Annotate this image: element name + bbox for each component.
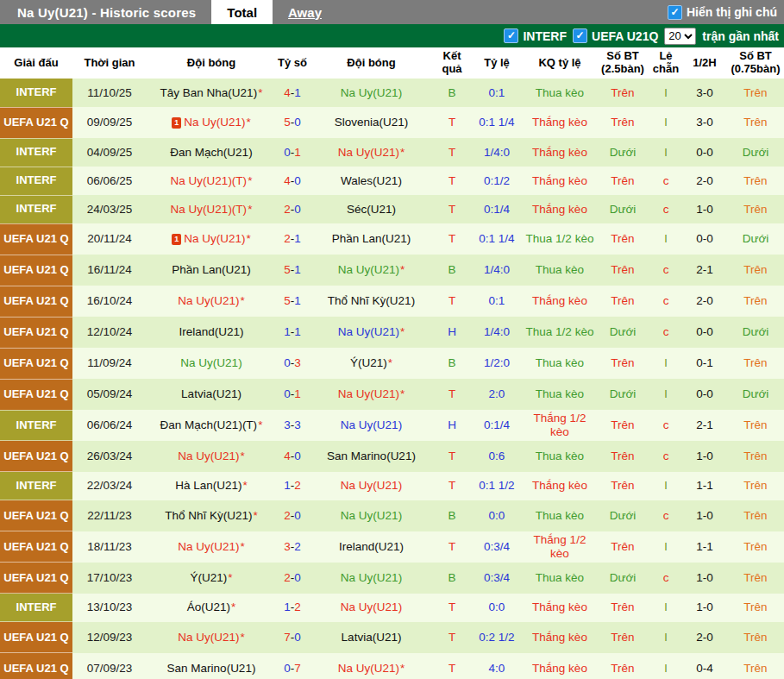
- over-under-2-5-cell: Trên: [596, 167, 649, 195]
- half-time-score-cell: 3-0: [682, 107, 727, 138]
- favorite-star: *: [243, 479, 248, 492]
- tab-total[interactable]: Total: [211, 0, 273, 24]
- odd-even-cell: l: [649, 107, 682, 138]
- over-under-2-5-cell: Trên: [596, 410, 649, 441]
- score-part: 3: [294, 418, 301, 431]
- team-name: Latvia(U21): [181, 387, 241, 400]
- away-team-cell: Na Uy(U21): [309, 500, 434, 531]
- odds-result-cell: Thắng kèo: [524, 472, 596, 500]
- title-bar: Na Uy(U21) - Historic scores Total Away …: [0, 0, 784, 24]
- score-part: 7: [294, 662, 301, 675]
- team-name: Ireland(U21): [179, 325, 243, 338]
- result-cell: T: [434, 107, 470, 138]
- show-notes-label: Hiển thị ghi chú: [687, 5, 777, 19]
- score-cell: 0-7: [276, 653, 309, 679]
- team-name: Phần Lan(U21): [172, 263, 251, 276]
- score-part: 0: [284, 662, 291, 675]
- league-badge: UEFA U21 Q: [0, 107, 72, 138]
- favorite-star: *: [247, 232, 251, 245]
- half-time-score-cell: 0-1: [682, 348, 727, 379]
- column-header: KQ tỷ lệ: [524, 47, 596, 79]
- away-team-cell: Na Uy(U21)*: [309, 653, 434, 679]
- score-cell: 2-0: [276, 500, 309, 531]
- table-row: UEFA U21 Q16/11/24Phần Lan(U21)5-1Na Uy(…: [0, 255, 784, 286]
- odds-result-cell: Thua 1/2 kèo: [524, 223, 596, 255]
- over-under-0-75-cell: Trên: [727, 531, 784, 563]
- odds-result-cell: Thắng kèo: [524, 138, 596, 167]
- half-time-score-cell: 0-0: [682, 317, 727, 348]
- score-part: 2: [284, 203, 291, 216]
- interf-checkbox[interactable]: ✓: [504, 28, 518, 43]
- handicap-odds-cell: 0:1: [470, 286, 524, 317]
- league-badge: UEFA U21 Q: [0, 379, 72, 410]
- half-time-score-cell: 0-4: [682, 653, 727, 679]
- match-count-select[interactable]: 20: [664, 28, 696, 45]
- league-badge: INTERF: [0, 138, 72, 167]
- table-header-row: Giải đấuThời gianĐội bóngTỷ sốĐội bóngKế…: [0, 47, 784, 79]
- handicap-odds-cell: 0:3/4: [470, 563, 524, 594]
- league-badge: UEFA U21 Q: [0, 223, 72, 255]
- odd-even-cell: c: [649, 500, 682, 531]
- home-team-cell: Na Uy(U21)(T)*: [147, 167, 276, 195]
- uefa-u21q-checkbox[interactable]: ✓: [573, 28, 587, 43]
- odd-even-cell: c: [649, 410, 682, 441]
- score-part: 1: [284, 325, 291, 338]
- favorite-star: *: [241, 294, 245, 307]
- odds-result-cell: Thắng kèo: [524, 167, 596, 195]
- show-notes-checkbox[interactable]: ✓: [668, 5, 682, 20]
- odds-result-cell: Thua kèo: [524, 500, 596, 531]
- team-name: Thổ Nhĩ Kỳ(U21): [328, 294, 415, 307]
- result-cell: B: [434, 255, 470, 286]
- half-time-score-cell: 1-1: [682, 531, 727, 563]
- score-part: 7: [284, 631, 291, 644]
- score-part: 4: [284, 86, 291, 99]
- team-name: Thổ Nhĩ Kỳ(U21): [165, 509, 252, 522]
- team-name: Na Uy(U21): [338, 325, 399, 338]
- over-under-0-75-cell: Dưới: [727, 317, 784, 348]
- result-cell: T: [434, 441, 470, 472]
- column-header: Lẻ chẵn: [649, 47, 682, 79]
- match-date: 22/11/23: [72, 500, 147, 531]
- odd-even-cell: c: [649, 563, 682, 594]
- half-time-score-cell: 1-0: [682, 500, 727, 531]
- league-badge: INTERF: [0, 195, 72, 223]
- over-under-2-5-cell: Trên: [596, 441, 649, 472]
- match-date: 06/06/24: [72, 410, 147, 441]
- team-name: San Marino(U21): [327, 450, 416, 462]
- odds-result-cell: Thắng kèo: [524, 107, 596, 138]
- half-time-score-cell: 2-0: [682, 622, 727, 653]
- home-team-cell: 1Na Uy(U21)*: [147, 107, 276, 138]
- over-under-2-5-cell: Dưới: [596, 195, 649, 223]
- tab-away[interactable]: Away: [273, 0, 337, 24]
- away-team-cell: Na Uy(U21): [309, 563, 434, 594]
- match-date: 20/11/24: [72, 223, 147, 255]
- score-part: 1: [294, 146, 301, 159]
- score-part: 2: [284, 571, 291, 584]
- half-time-score-cell: 0-0: [682, 138, 727, 167]
- score-part: 2: [284, 509, 291, 522]
- score-part: 4: [284, 174, 291, 187]
- table-row: UEFA U21 Q17/10/23Ý(U21)*2-0Na Uy(U21)B0…: [0, 563, 784, 594]
- over-under-2-5-cell: Trên: [596, 594, 649, 622]
- away-team-cell: Na Uy(U21): [309, 410, 434, 441]
- odd-even-cell: l: [649, 622, 682, 653]
- away-team-cell: Na Uy(U21)*: [309, 317, 434, 348]
- over-under-0-75-cell: Dưới: [727, 223, 784, 255]
- odd-even-cell: c: [649, 255, 682, 286]
- result-cell: T: [434, 594, 470, 622]
- league-badge: INTERF: [0, 79, 72, 107]
- table-row: INTERF22/03/24Hà Lan(U21)*1-2Na Uy(U21)T…: [0, 472, 784, 500]
- column-header: Tỷ lệ: [470, 47, 524, 79]
- column-header: Số BT (2.5bàn): [596, 47, 649, 79]
- recent-matches-label: trận gần nhất: [702, 29, 779, 43]
- table-row: INTERF13/10/23Áo(U21)*1-2Na Uy(U21)T0:0T…: [0, 594, 784, 622]
- team-name: Na Uy(U21): [341, 509, 402, 522]
- team-name: Ireland(U21): [339, 540, 404, 553]
- score-part: 1: [294, 86, 301, 99]
- score-part: 1: [294, 263, 301, 276]
- handicap-odds-cell: 1/4:0: [470, 255, 524, 286]
- column-header: Giải đấu: [0, 47, 72, 79]
- odds-result-cell: Thua kèo: [524, 255, 596, 286]
- result-cell: T: [434, 622, 470, 653]
- score-part: 3: [284, 418, 291, 431]
